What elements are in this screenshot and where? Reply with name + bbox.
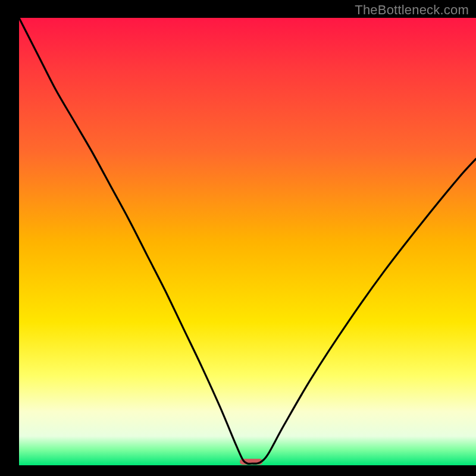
chart-svg: [0, 0, 476, 476]
chart-container: { "watermark": "TheBottleneck.com", "cha…: [0, 0, 476, 476]
watermark-text: TheBottleneck.com: [355, 2, 469, 18]
